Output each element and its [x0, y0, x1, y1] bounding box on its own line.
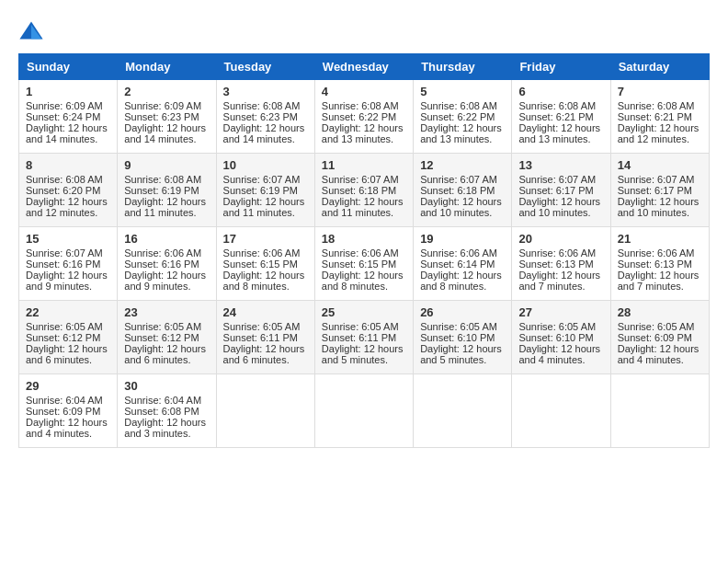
day-number: 9 — [124, 158, 209, 172]
logo-icon — [18, 18, 44, 44]
calendar-cell: 21Sunrise: 6:06 AMSunset: 6:13 PMDayligh… — [610, 227, 709, 301]
sunrise-text: Sunrise: 6:08 AM — [26, 174, 103, 185]
daylight-text: Daylight: 12 hoursand 12 minutes. — [26, 196, 108, 218]
calendar-cell: 20Sunrise: 6:06 AMSunset: 6:13 PMDayligh… — [512, 227, 610, 301]
sunset-text: Sunset: 6:23 PM — [223, 111, 298, 122]
sunset-text: Sunset: 6:22 PM — [420, 111, 495, 122]
daylight-text: Daylight: 12 hoursand 9 minutes. — [124, 270, 206, 292]
calendar-cell: 26Sunrise: 6:05 AMSunset: 6:10 PMDayligh… — [414, 301, 512, 374]
day-number: 4 — [322, 85, 406, 98]
sunset-text: Sunset: 6:09 PM — [26, 406, 100, 417]
daylight-text: Daylight: 12 hoursand 4 minutes. — [518, 343, 600, 365]
sunrise-text: Sunrise: 6:07 AM — [420, 174, 497, 185]
daylight-text: Daylight: 12 hoursand 11 minutes. — [124, 196, 206, 218]
sunrise-text: Sunrise: 6:05 AM — [420, 321, 497, 332]
day-number: 2 — [124, 85, 209, 98]
calendar-week-4: 22Sunrise: 6:05 AMSunset: 6:12 PMDayligh… — [19, 301, 710, 374]
day-number: 3 — [223, 85, 308, 98]
calendar-cell: 27Sunrise: 6:05 AMSunset: 6:10 PMDayligh… — [512, 301, 610, 374]
sunrise-text: Sunrise: 6:07 AM — [518, 174, 596, 185]
daylight-text: Daylight: 12 hoursand 7 minutes. — [518, 270, 600, 292]
sunset-text: Sunset: 6:17 PM — [518, 185, 593, 196]
day-number: 14 — [618, 158, 702, 172]
day-number: 20 — [518, 232, 603, 246]
calendar-cell: 25Sunrise: 6:05 AMSunset: 6:11 PMDayligh… — [314, 301, 413, 374]
calendar-cell: 19Sunrise: 6:06 AMSunset: 6:14 PMDayligh… — [414, 227, 512, 301]
daylight-text: Daylight: 12 hoursand 13 minutes. — [518, 122, 600, 144]
sunrise-text: Sunrise: 6:04 AM — [124, 395, 201, 406]
sunset-text: Sunset: 6:20 PM — [26, 185, 100, 196]
day-number: 25 — [322, 305, 406, 319]
daylight-text: Daylight: 12 hoursand 14 minutes. — [223, 122, 305, 144]
sunrise-text: Sunrise: 6:05 AM — [618, 321, 695, 332]
calendar-cell: 16Sunrise: 6:06 AMSunset: 6:16 PMDayligh… — [118, 227, 216, 301]
daylight-text: Daylight: 12 hoursand 13 minutes. — [420, 122, 502, 144]
daylight-text: Daylight: 12 hoursand 12 minutes. — [618, 122, 700, 144]
sunrise-text: Sunrise: 6:06 AM — [518, 247, 596, 259]
day-number: 24 — [223, 305, 308, 319]
daylight-text: Daylight: 12 hoursand 14 minutes. — [124, 122, 206, 144]
calendar-cell: 23Sunrise: 6:05 AMSunset: 6:12 PMDayligh… — [118, 301, 216, 374]
day-number: 27 — [518, 305, 603, 319]
calendar-cell: 4Sunrise: 6:08 AMSunset: 6:22 PMDaylight… — [314, 80, 413, 154]
logo — [18, 18, 48, 44]
sunset-text: Sunset: 6:18 PM — [322, 185, 396, 196]
day-number: 8 — [26, 158, 110, 172]
calendar-week-2: 8Sunrise: 6:08 AMSunset: 6:20 PMDaylight… — [19, 154, 710, 227]
daylight-text: Daylight: 12 hoursand 7 minutes. — [618, 270, 700, 292]
day-number: 16 — [124, 232, 209, 246]
page-header — [18, 18, 710, 44]
daylight-text: Daylight: 12 hoursand 8 minutes. — [420, 270, 502, 292]
sunrise-text: Sunrise: 6:05 AM — [322, 321, 399, 332]
sunrise-text: Sunrise: 6:07 AM — [223, 174, 301, 185]
sunrise-text: Sunrise: 6:06 AM — [322, 247, 399, 259]
day-number: 13 — [518, 158, 603, 172]
daylight-text: Daylight: 12 hoursand 8 minutes. — [322, 270, 404, 292]
sunrise-text: Sunrise: 6:05 AM — [223, 321, 301, 332]
sunset-text: Sunset: 6:10 PM — [420, 332, 495, 343]
calendar-week-3: 15Sunrise: 6:07 AMSunset: 6:16 PMDayligh… — [19, 227, 710, 301]
calendar-cell: 9Sunrise: 6:08 AMSunset: 6:19 PMDaylight… — [118, 154, 216, 227]
calendar-table: SundayMondayTuesdayWednesdayThursdayFrid… — [18, 53, 710, 448]
calendar-cell: 14Sunrise: 6:07 AMSunset: 6:17 PMDayligh… — [610, 154, 709, 227]
sunset-text: Sunset: 6:12 PM — [26, 332, 100, 343]
sunset-text: Sunset: 6:19 PM — [223, 185, 298, 196]
sunrise-text: Sunrise: 6:08 AM — [518, 100, 596, 111]
daylight-text: Daylight: 12 hoursand 3 minutes. — [124, 417, 206, 439]
calendar-cell: 12Sunrise: 6:07 AMSunset: 6:18 PMDayligh… — [414, 154, 512, 227]
calendar-cell: 22Sunrise: 6:05 AMSunset: 6:12 PMDayligh… — [19, 301, 118, 374]
calendar-week-1: 1Sunrise: 6:09 AMSunset: 6:24 PMDaylight… — [19, 80, 710, 154]
calendar-cell — [216, 374, 314, 448]
calendar-cell: 15Sunrise: 6:07 AMSunset: 6:16 PMDayligh… — [19, 227, 118, 301]
day-header-thursday: Thursday — [414, 54, 512, 80]
day-number: 18 — [322, 232, 406, 246]
calendar-cell: 6Sunrise: 6:08 AMSunset: 6:21 PMDaylight… — [512, 80, 610, 154]
sunrise-text: Sunrise: 6:06 AM — [618, 247, 695, 259]
calendar-cell: 7Sunrise: 6:08 AMSunset: 6:21 PMDaylight… — [610, 80, 709, 154]
sunset-text: Sunset: 6:21 PM — [618, 111, 692, 122]
sunrise-text: Sunrise: 6:05 AM — [518, 321, 596, 332]
calendar-cell: 3Sunrise: 6:08 AMSunset: 6:23 PMDaylight… — [216, 80, 314, 154]
daylight-text: Daylight: 12 hoursand 4 minutes. — [618, 343, 700, 365]
calendar-header-row: SundayMondayTuesdayWednesdayThursdayFrid… — [19, 54, 710, 80]
sunset-text: Sunset: 6:17 PM — [618, 185, 692, 196]
calendar-cell: 11Sunrise: 6:07 AMSunset: 6:18 PMDayligh… — [314, 154, 413, 227]
sunrise-text: Sunrise: 6:08 AM — [223, 100, 301, 111]
sunset-text: Sunset: 6:21 PM — [518, 111, 593, 122]
day-header-sunday: Sunday — [19, 54, 118, 80]
day-number: 7 — [618, 85, 702, 98]
day-number: 10 — [223, 158, 308, 172]
sunrise-text: Sunrise: 6:05 AM — [26, 321, 103, 332]
daylight-text: Daylight: 12 hoursand 6 minutes. — [223, 343, 305, 365]
calendar-cell: 17Sunrise: 6:06 AMSunset: 6:15 PMDayligh… — [216, 227, 314, 301]
sunrise-text: Sunrise: 6:06 AM — [223, 247, 301, 259]
calendar-cell — [610, 374, 709, 448]
day-number: 30 — [124, 379, 209, 393]
daylight-text: Daylight: 12 hoursand 11 minutes. — [223, 196, 305, 218]
calendar-cell: 10Sunrise: 6:07 AMSunset: 6:19 PMDayligh… — [216, 154, 314, 227]
calendar-cell: 30Sunrise: 6:04 AMSunset: 6:08 PMDayligh… — [118, 374, 216, 448]
daylight-text: Daylight: 12 hoursand 11 minutes. — [322, 196, 404, 218]
day-header-saturday: Saturday — [610, 54, 709, 80]
day-number: 12 — [420, 158, 505, 172]
day-number: 19 — [420, 232, 505, 246]
